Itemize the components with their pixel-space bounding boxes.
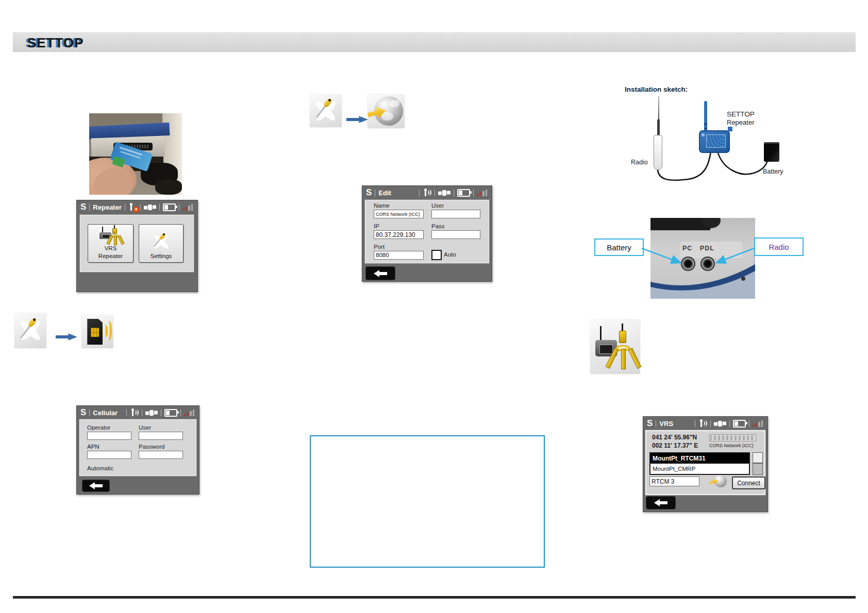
ip-input[interactable]: 80.37.229.130	[374, 230, 424, 239]
satellite-icon	[144, 203, 157, 211]
signal-bars-icon	[184, 410, 195, 416]
apn-label: APN	[87, 444, 99, 450]
settings-tile	[14, 313, 46, 348]
settings-button-label: Settings	[145, 252, 177, 260]
battery-sketch	[764, 142, 779, 162]
radio-sketch-label: Radio	[631, 159, 648, 166]
sim-insertion-photo	[89, 113, 182, 195]
cellular-statusbar: S Cellular	[77, 406, 199, 419]
radio-antenna-whip	[658, 96, 659, 122]
format-input[interactable]: RTCM 3	[649, 476, 699, 486]
port-input[interactable]: 8080	[374, 251, 424, 260]
back-arrow-icon	[374, 270, 387, 277]
network-name: CORS Network (ICC)	[709, 443, 754, 448]
radio-tripod-icon	[99, 225, 122, 245]
repeater-device	[699, 130, 730, 153]
ports-photo: PC PDL	[650, 218, 755, 299]
internet-tile	[368, 94, 405, 128]
back-button[interactable]	[365, 266, 395, 280]
password-input[interactable]	[139, 451, 183, 459]
battery-icon	[733, 420, 746, 428]
back-arrow-icon	[89, 482, 103, 489]
back-arrow-icon	[654, 499, 667, 506]
battery-annotation-label: Battery	[607, 243, 631, 252]
mountpoint-list[interactable]: MountPt_RTCM31 MountPt_CMRP	[649, 452, 750, 475]
vrs-repeater-button-label: VRS Repeater	[94, 245, 127, 260]
satellite-icon	[438, 189, 451, 197]
page-footer-rule	[13, 596, 856, 599]
list-scrollbar[interactable]	[753, 452, 763, 475]
screen-title: VRS	[659, 420, 673, 428]
name-input[interactable]: CORS Network (ICC)	[374, 210, 424, 218]
screen-title: Edit	[378, 189, 391, 197]
settop-s-logo: S	[80, 406, 86, 419]
vrs-repeater-tile	[590, 319, 640, 374]
mountpoint-item-selected[interactable]: MountPt_RTCM31	[650, 453, 749, 464]
port-label: Port	[374, 244, 385, 250]
back-button[interactable]	[82, 480, 110, 492]
screwdriver-icon	[151, 232, 172, 252]
repeater-connector-stub	[728, 127, 732, 131]
pass-input[interactable]	[431, 230, 480, 239]
user-input[interactable]	[431, 210, 480, 218]
user-label: User	[431, 202, 444, 209]
vrs-screen: S VRS 041 24' 55.96"N 002 11' 17.37" E C…	[643, 416, 768, 512]
signal-bars-icon	[477, 190, 488, 196]
connect-globe-icon	[709, 474, 727, 488]
manual-page: SETTOP S Repeater ✕	[0, 0, 868, 613]
vrs-repeater-button[interactable]: VRS Repeater	[88, 224, 133, 263]
pass-label: Pass	[431, 223, 445, 229]
repeater-screen: S Repeater ✕	[76, 200, 198, 292]
radio-body	[654, 135, 662, 170]
mountpoint-item[interactable]: MountPt_CMRP	[650, 464, 749, 474]
page-header-banner: SETTOP	[13, 32, 856, 52]
connect-button-label: Connect	[737, 480, 760, 487]
operator-input[interactable]	[87, 432, 131, 440]
repeater-statusbar: S Repeater ✕	[77, 200, 197, 214]
auto-label: Auto	[444, 251, 456, 258]
apn-input[interactable]	[87, 451, 131, 459]
screwdriver-icon	[16, 316, 44, 346]
radio-antenna-base	[657, 120, 660, 136]
scrollbar-thumb[interactable]	[753, 453, 762, 464]
screwdriver-icon	[312, 96, 340, 125]
settop-s-logo: S	[366, 186, 372, 199]
signal-bars-icon	[753, 420, 764, 427]
cellular-screen: S Cellular Operator User APN Password	[76, 405, 199, 495]
user-input[interactable]	[139, 432, 183, 440]
arrow-right-icon	[346, 115, 368, 124]
settop-logo: SETTOP	[27, 35, 84, 51]
name-label: Name	[374, 202, 390, 209]
latitude-value: 041 24' 55.96"N	[652, 434, 697, 441]
automatic-label: Automatic	[87, 465, 113, 471]
settings-tile	[310, 94, 342, 127]
ip-label: IP	[374, 223, 379, 229]
bluetooth-disconnected-icon: ✕	[128, 203, 135, 211]
sim-tile	[81, 315, 113, 348]
edit-statusbar: S Edit	[362, 186, 492, 199]
radio-annotation-label: Radio	[769, 243, 789, 251]
settings-button[interactable]: Settings	[139, 224, 183, 263]
correction-progress-bar	[709, 434, 756, 441]
battery-sketch-label: Battery	[763, 168, 783, 175]
signal-bars-icon	[182, 204, 194, 211]
close-icon: ✕	[133, 207, 139, 213]
password-label: Password	[139, 444, 165, 450]
connect-button[interactable]: Connect	[732, 476, 765, 489]
vrs-statusbar: S VRS	[643, 417, 767, 430]
repeater-sketch-label: Repeater	[727, 118, 754, 126]
settop-s-logo: S	[80, 200, 86, 214]
globe-arrow-icon	[368, 94, 405, 128]
battery-icon	[163, 203, 176, 211]
settop-s-logo: S	[647, 417, 653, 430]
repeater-antenna	[704, 101, 707, 132]
bluetooth-icon	[423, 189, 429, 197]
battery-icon	[457, 189, 470, 197]
auto-checkbox[interactable]	[431, 250, 442, 260]
sim-signal-icon	[82, 316, 112, 347]
operator-label: Operator	[87, 424, 110, 431]
arrow-right-icon	[56, 333, 77, 341]
user-label: User	[139, 424, 151, 431]
longitude-value: 002 11' 17.37" E	[652, 442, 698, 449]
back-button[interactable]	[646, 496, 676, 509]
